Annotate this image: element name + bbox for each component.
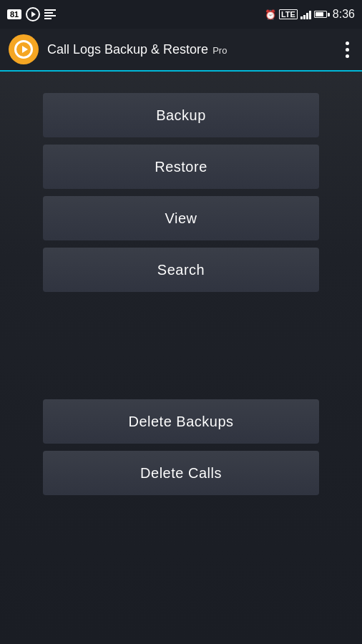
app-icon [9, 34, 39, 64]
status-time: 8:36 [333, 8, 355, 21]
status-right: ⏰ LTE 8:36 [265, 8, 355, 21]
search-button[interactable]: Search [43, 248, 319, 292]
spacer [0, 306, 362, 399]
delete-calls-button[interactable]: Delete Calls [43, 451, 319, 495]
delete-actions: Delete Backups Delete Calls [0, 399, 362, 495]
signal-icon [300, 9, 311, 19]
pro-label: Pro [212, 45, 227, 56]
backup-button[interactable]: Backup [43, 93, 319, 137]
lte-badge: LTE [279, 9, 298, 19]
status-left: 81 [7, 7, 56, 21]
play-icon [26, 7, 40, 21]
battery-icon [314, 11, 330, 18]
restore-button[interactable]: Restore [43, 145, 319, 189]
toolbar-title: Call Logs Backup & Restore Pro [47, 42, 341, 57]
bars-icon [44, 9, 56, 19]
notification-count: 81 [7, 9, 21, 19]
app-icon-inner [14, 40, 33, 59]
status-bar: 81 ⏰ LTE 8:36 [0, 0, 362, 29]
app-name: Call Logs Backup & Restore [47, 42, 208, 57]
view-button[interactable]: View [43, 196, 319, 240]
overflow-menu-button[interactable] [341, 37, 353, 62]
alarm-icon: ⏰ [265, 9, 276, 20]
main-actions: Backup Restore View Search [0, 79, 362, 306]
app-toolbar: Call Logs Backup & Restore Pro [0, 29, 362, 72]
delete-backups-button[interactable]: Delete Backups [43, 399, 319, 444]
